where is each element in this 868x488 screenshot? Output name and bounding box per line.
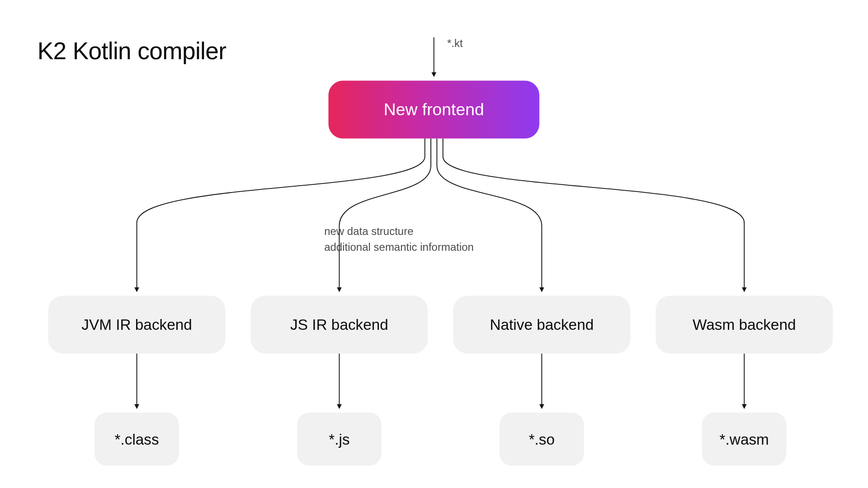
frontend-node-label: New frontend <box>384 100 484 119</box>
backend-node-label: JVM IR backend <box>81 316 192 333</box>
input-file-label: *.kt <box>447 38 463 50</box>
backend-node-js: JS IR backend <box>251 296 428 354</box>
arrow-frontend-jvm <box>137 139 425 291</box>
arrow-frontend-js <box>339 139 431 291</box>
arrow-frontend-native <box>437 139 542 291</box>
output-node-class: *.class <box>94 413 179 465</box>
backend-node-jvm: JVM IR backend <box>48 296 226 354</box>
output-node-label: *.class <box>114 430 159 448</box>
arrow-frontend-wasm <box>443 139 744 291</box>
frontend-node: New frontend <box>328 81 539 139</box>
edge-annotation: new data structure additional semantic i… <box>324 224 474 255</box>
diagram-title: K2 Kotlin compiler <box>38 38 226 65</box>
backend-node-label: Native backend <box>490 316 594 333</box>
output-node-label: *.wasm <box>720 430 769 448</box>
backend-node-wasm: Wasm backend <box>656 296 833 354</box>
output-node-so: *.so <box>500 413 584 465</box>
output-node-js: *.js <box>297 413 382 465</box>
output-node-label: *.so <box>529 430 555 448</box>
output-node-wasm: *.wasm <box>702 413 787 465</box>
edge-annotation-line1: new data structure <box>324 224 474 239</box>
backend-node-label: Wasm backend <box>693 316 796 333</box>
backend-node-native: Native backend <box>453 296 630 354</box>
edge-annotation-line2: additional semantic information <box>324 239 474 255</box>
output-node-label: *.js <box>329 430 349 448</box>
backend-node-label: JS IR backend <box>290 316 388 333</box>
